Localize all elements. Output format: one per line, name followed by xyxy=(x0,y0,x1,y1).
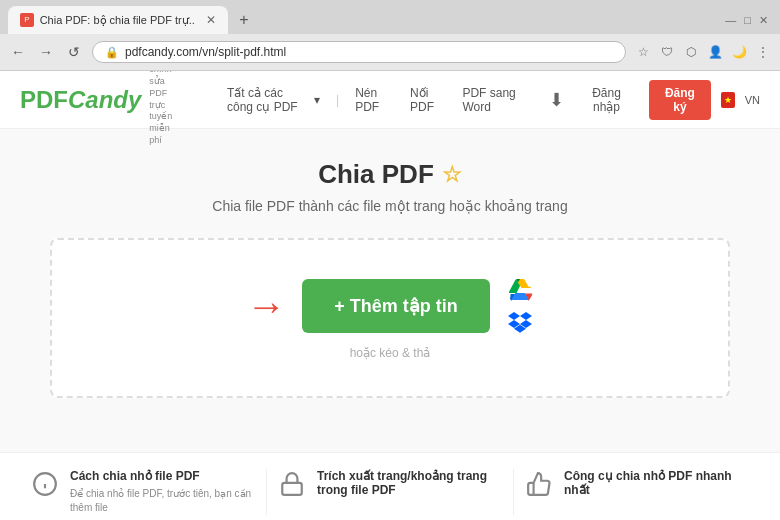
moon-icon[interactable]: 🌙 xyxy=(730,43,748,61)
browser-actions: ☆ 🛡 ⬡ 👤 🌙 ⋮ xyxy=(634,43,772,61)
active-tab[interactable]: P Chia PDF: bộ chia file PDF trự... ✕ xyxy=(8,6,228,34)
svg-rect-1 xyxy=(282,483,302,495)
forward-button[interactable]: → xyxy=(36,42,56,62)
minimize-button[interactable]: — xyxy=(725,14,736,27)
upload-row: → + Thêm tập tin xyxy=(246,276,534,336)
footer-item-0: Cách chia nhỏ file PDF Để chia nhỏ file … xyxy=(20,469,267,515)
footer-text-1: Trích xuất trang/khoảng trang trong file… xyxy=(317,469,503,501)
nav-right: ⬇ Đăng nhập Đăng ký VN xyxy=(549,80,760,120)
close-button[interactable]: ✕ xyxy=(759,14,768,27)
nav-separator-1: | xyxy=(332,93,343,107)
page-title: Chia PDF ☆ xyxy=(20,159,760,190)
footer-text-2: Công cụ chia nhỏ PDF nhanh nhất xyxy=(564,469,750,501)
nav-menu: Tất cả các công cụ PDF ▾ | Nén PDF Nối P… xyxy=(217,80,529,120)
logo-pdf: PDFCandy xyxy=(20,86,141,114)
refresh-button[interactable]: ↺ xyxy=(64,42,84,62)
cloud-icons xyxy=(506,276,534,336)
footer-icon-1 xyxy=(277,469,307,499)
navbar: PDFCandy trình chỉnh sửa PDF trực tuyến … xyxy=(0,71,780,129)
signup-button[interactable]: Đăng ký xyxy=(649,80,711,120)
url-text: pdfcandy.com/vn/split-pdf.html xyxy=(125,45,286,59)
download-icon[interactable]: ⬇ xyxy=(549,89,564,111)
window-controls: — □ ✕ xyxy=(725,14,772,27)
nav-pdf-to-word[interactable]: PDF sang Word xyxy=(452,80,529,120)
extension-icon[interactable]: ⬡ xyxy=(682,43,700,61)
footer-item-2: Công cụ chia nhỏ PDF nhanh nhất xyxy=(514,469,760,515)
address-bar-row: ← → ↺ 🔒 pdfcandy.com/vn/split-pdf.html ☆… xyxy=(0,34,780,70)
google-drive-icon[interactable] xyxy=(506,276,534,304)
tab-title: Chia PDF: bộ chia file PDF trự... xyxy=(40,14,194,27)
footer-item-1: Trích xuất trang/khoảng trang trong file… xyxy=(267,469,514,515)
upload-area[interactable]: → + Thêm tập tin xyxy=(50,238,730,398)
nav-compress[interactable]: Nén PDF xyxy=(345,80,398,120)
footer-info: Cách chia nhỏ file PDF Để chia nhỏ file … xyxy=(0,452,780,520)
logo-tagline: trình chỉnh sửa PDF trực tuyến miễn phí xyxy=(149,71,177,146)
nav-all-tools[interactable]: Tất cả các công cụ PDF ▾ xyxy=(217,80,330,120)
language-code[interactable]: VN xyxy=(745,94,760,106)
star-icon[interactable]: ☆ xyxy=(442,162,462,188)
more-icon[interactable]: ⋮ xyxy=(754,43,772,61)
footer-icon-2 xyxy=(524,469,554,499)
footer-text-0: Cách chia nhỏ file PDF Để chia nhỏ file … xyxy=(70,469,256,515)
login-button[interactable]: Đăng nhập xyxy=(574,80,639,120)
logo-candy-text: Candy xyxy=(68,86,141,113)
tab-bar: P Chia PDF: bộ chia file PDF trự... ✕ + … xyxy=(0,0,780,34)
tab-favicon: P xyxy=(20,13,34,27)
back-button[interactable]: ← xyxy=(8,42,28,62)
footer-icon-0 xyxy=(30,469,60,499)
website: PDFCandy trình chỉnh sửa PDF trực tuyến … xyxy=(0,71,780,520)
tab-close-button[interactable]: ✕ xyxy=(206,13,216,27)
nav-merge[interactable]: Nối PDF xyxy=(400,80,450,120)
address-bar[interactable]: 🔒 pdfcandy.com/vn/split-pdf.html xyxy=(92,41,626,63)
page-subtitle: Chia file PDF thành các file một trang h… xyxy=(20,198,760,214)
language-flag[interactable] xyxy=(721,92,735,108)
dropbox-icon[interactable] xyxy=(506,308,534,336)
arrow-icon: → xyxy=(246,284,286,329)
logo[interactable]: PDFCandy trình chỉnh sửa PDF trực tuyến … xyxy=(20,71,177,146)
profile-icon[interactable]: 👤 xyxy=(706,43,724,61)
shield-icon[interactable]: 🛡 xyxy=(658,43,676,61)
maximize-button[interactable]: □ xyxy=(744,14,751,27)
drag-drop-text: hoặc kéo & thả xyxy=(350,346,431,360)
main-content: Chia PDF ☆ Chia file PDF thành các file … xyxy=(0,129,780,452)
logo-pdf-text: PDF xyxy=(20,86,68,113)
bookmark-icon[interactable]: ☆ xyxy=(634,43,652,61)
browser-chrome: P Chia PDF: bộ chia file PDF trự... ✕ + … xyxy=(0,0,780,71)
add-file-button[interactable]: + Thêm tập tin xyxy=(302,279,490,333)
new-tab-button[interactable]: + xyxy=(232,8,256,32)
